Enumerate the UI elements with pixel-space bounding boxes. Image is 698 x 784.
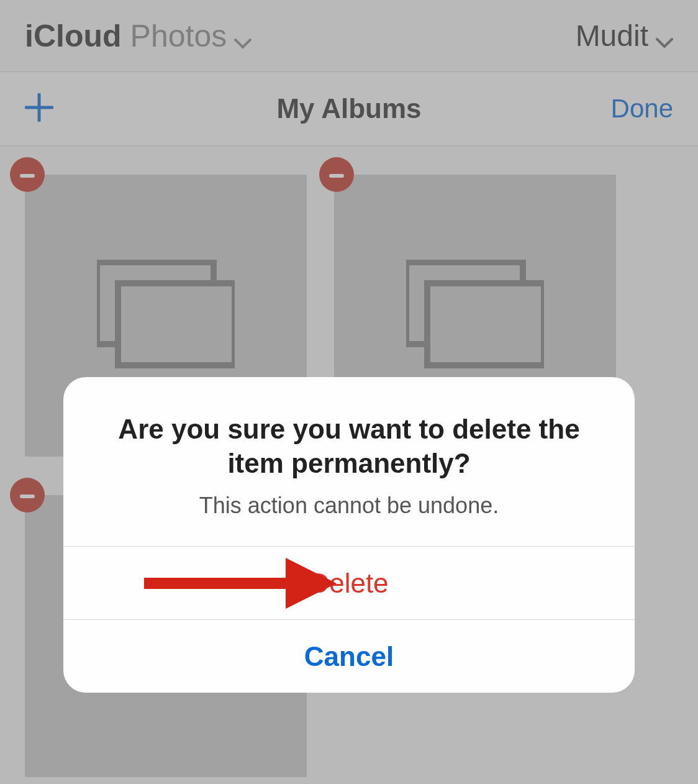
dialog-actions: Delete Cancel	[63, 546, 635, 693]
cancel-button-label: Cancel	[304, 641, 394, 672]
annotation-arrow-icon	[144, 555, 337, 611]
delete-button-label: Delete	[309, 568, 388, 599]
delete-button[interactable]: Delete	[63, 546, 635, 619]
cancel-button[interactable]: Cancel	[63, 619, 635, 693]
dialog-body: Are you sure you want to delete the item…	[63, 377, 635, 546]
delete-confirm-dialog: Are you sure you want to delete the item…	[63, 377, 635, 693]
dialog-subtitle: This action cannot be undone.	[98, 493, 600, 519]
dialog-title: Are you sure you want to delete the item…	[98, 412, 600, 480]
